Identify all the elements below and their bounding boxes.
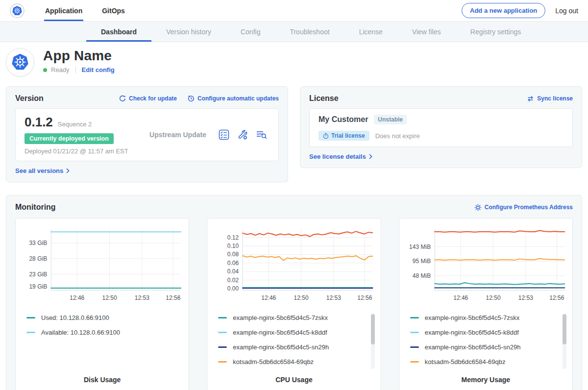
y-axis-tick-label: 23 GiB: [29, 271, 47, 278]
legend-item-available-10-128-0-66-9100: Available: 10.128.0.66:9100: [26, 329, 174, 336]
legend-scrollbar[interactable]: [563, 314, 566, 369]
version-source: Upstream Update: [137, 131, 219, 139]
top-nav-item-application[interactable]: Application: [44, 0, 83, 21]
view-deploy-logs-icon[interactable]: [256, 129, 268, 140]
tab-troubleshoot[interactable]: Troubleshoot: [275, 22, 344, 42]
legend-color-dash: [218, 361, 227, 363]
app-tabs: DashboardVersion historyConfigTroublesho…: [0, 22, 536, 42]
preflight-checks-icon[interactable]: [219, 129, 229, 140]
chart-card-cpu-usage: 12:4612:5012:5312:560.120.100.080.060.04…: [207, 218, 381, 390]
series-line-series: [435, 231, 564, 232]
y-axis-tick-label: 0.12: [227, 234, 239, 241]
legend-scrollbar-thumb[interactable]: [563, 314, 566, 344]
app-header-text: App Name Ready Edit config: [43, 48, 115, 73]
chart-card-disk-usage: 12:4612:5012:5312:5633 GiB28 GiB23 GiB19…: [15, 218, 189, 390]
chart-title: Disk Usage: [21, 373, 184, 385]
x-axis-tick-label: 12:46: [453, 294, 468, 301]
tab-dashboard[interactable]: Dashboard: [86, 22, 151, 42]
y-axis-tick-label: 0.06: [227, 260, 239, 267]
configure-prometheus-link[interactable]: Configure Prometheus Address: [474, 204, 573, 211]
y-axis-tick-label: 48 MiB: [412, 272, 430, 279]
legend-label: Used: 10.128.0.66:9100: [41, 314, 109, 321]
legend-color-dash: [410, 332, 419, 333]
x-axis-tick-label: 12:56: [358, 294, 372, 301]
y-axis-tick-label: 0.04: [227, 268, 239, 275]
y-axis-tick-label: 33 GiB: [29, 240, 47, 246]
top-nav-item-gitops[interactable]: GitOps: [101, 0, 126, 21]
license-card-title: License: [309, 94, 339, 103]
top-nav-items: ApplicationGitOps: [44, 0, 144, 21]
app-title: App Name: [43, 48, 115, 64]
customer-name: My Customer: [318, 115, 368, 124]
x-axis-tick-label: 12:50: [294, 294, 309, 301]
monitoring-card: Monitoring Configure Prometheus Address: [6, 195, 582, 390]
y-axis-tick-label: 28 GiB: [29, 255, 47, 262]
kots-admin-dashboard: ApplicationGitOps Add a new application …: [0, 0, 588, 390]
app-tab-bar: DashboardVersion historyConfigTroublesho…: [0, 22, 588, 42]
x-axis-tick-label: 12:53: [518, 294, 533, 301]
series-line-kotsadm-5db6dc6584-69qbz: [243, 256, 373, 261]
y-axis-tick-label: 19 GiB: [29, 283, 47, 290]
tab-config[interactable]: Config: [226, 22, 275, 42]
legend-item-example-nginx-5bc6f5d4c5-k8ddf: example-nginx-5bc6f5d4c5-k8ddf: [410, 329, 558, 336]
tab-registry-settings[interactable]: Registry settings: [456, 22, 536, 42]
see-all-versions-link[interactable]: See all versions: [15, 167, 70, 174]
legend-label: example-nginx-5bc6f5d4c5-sn29h: [425, 343, 521, 351]
tab-view-files[interactable]: View files: [397, 22, 456, 42]
legend-item-example-nginx-5bc6f5d4c5-k8ddf: example-nginx-5bc6f5d4c5-k8ddf: [218, 329, 366, 336]
license-expiry: Does not expire: [375, 132, 420, 140]
chart-legend: example-nginx-5bc6f5d4c5-7zskxexample-ng…: [410, 314, 567, 373]
monitoring-title: Monitoring: [15, 203, 56, 212]
x-axis-tick-label: 12:56: [166, 294, 180, 301]
x-axis-tick-label: 12:53: [135, 294, 149, 301]
check-for-update-link[interactable]: Check for update: [119, 95, 177, 102]
app-header: App Name Ready Edit config: [0, 42, 588, 83]
legend-item-kotsadm-5db6dc6584-69qbz: kotsadm-5db6dc6584-69qbz: [410, 358, 558, 366]
legend-label: example-nginx-5bc6f5d4c5-sn29h: [233, 343, 329, 351]
deployed-badge: Currently deployed version: [24, 133, 114, 144]
sync-icon: [527, 96, 534, 102]
version-card-title: Version: [15, 94, 44, 103]
legend-color-dash: [218, 317, 227, 318]
add-application-button[interactable]: Add a new application: [462, 3, 545, 18]
y-axis-tick-label: 143 MiB: [409, 244, 431, 250]
chart-plot-disk-usage: 12:4612:5012:5312:5633 GiB28 GiB23 GiB19…: [21, 224, 184, 308]
legend-label: example-nginx-5bc6f5d4c5-k8ddf: [425, 329, 519, 336]
app-icon: [6, 48, 34, 76]
legend-label: example-nginx-5bc6f5d4c5-k8ddf: [233, 329, 327, 336]
legend-color-dash: [218, 332, 227, 333]
x-axis-tick-label: 12:50: [102, 294, 117, 301]
chart-title: CPU Usage: [212, 373, 375, 385]
see-license-details-link[interactable]: See license details: [309, 153, 372, 160]
legend-label: Available: 10.128.0.66:9100: [41, 329, 120, 336]
top-nav: ApplicationGitOps Add a new application …: [0, 0, 588, 22]
legend-color-dash: [410, 346, 419, 348]
chart-legend: example-nginx-5bc6f5d4c5-7zskxexample-ng…: [218, 314, 375, 373]
version-sequence: Sequence 2: [58, 121, 92, 128]
chart-plot-cpu-usage: 12:4612:5012:5312:560.120.100.080.060.04…: [212, 224, 375, 308]
cards-row: Version Check for update: [6, 86, 582, 182]
tab-license[interactable]: License: [344, 22, 397, 42]
edit-config-link[interactable]: Edit config: [82, 66, 115, 73]
logout-link[interactable]: Log out: [555, 7, 578, 15]
license-card: License Sync license My Customer: [300, 86, 582, 168]
legend-item-example-nginx-5bc6f5d4c5-7zskx: example-nginx-5bc6f5d4c5-7zskx: [218, 314, 366, 321]
status-dot: [43, 68, 47, 72]
configure-automatic-updates-link[interactable]: Configure automatic updates: [188, 95, 279, 102]
chart-title: Memory Usage: [404, 373, 567, 385]
legend-color-dash: [26, 332, 35, 333]
stopwatch-icon: [323, 133, 329, 139]
x-axis-tick-label: 12:46: [70, 294, 84, 301]
legend-color-dash: [410, 361, 419, 363]
x-axis-tick-label: 12:50: [486, 294, 500, 301]
tab-version-history[interactable]: Version history: [151, 22, 226, 42]
divider: [75, 67, 76, 73]
config-wrench-icon[interactable]: [237, 129, 248, 140]
sync-license-link[interactable]: Sync license: [527, 95, 573, 102]
current-version-panel: 0.1.2 Sequence 2 Currently deployed vers…: [15, 108, 279, 161]
kubernetes-logo-icon[interactable]: [10, 0, 24, 21]
legend-scrollbar-thumb[interactable]: [371, 314, 375, 344]
legend-scrollbar[interactable]: [371, 314, 375, 369]
legend-item-kotsadm-5db6dc6584-69qbz: kotsadm-5db6dc6584-69qbz: [218, 358, 366, 366]
app-status: Ready: [51, 66, 70, 73]
